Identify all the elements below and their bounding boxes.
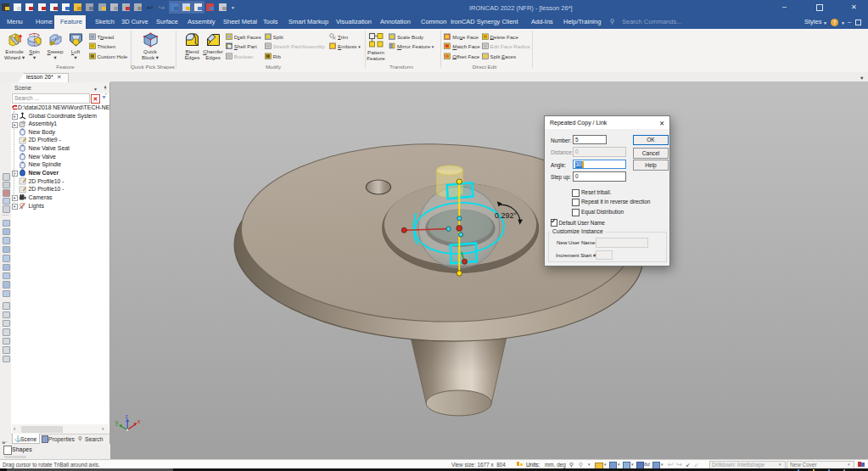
svg-text:z: z — [126, 413, 128, 419]
svg-text:0.292°: 0.292° — [495, 211, 518, 220]
